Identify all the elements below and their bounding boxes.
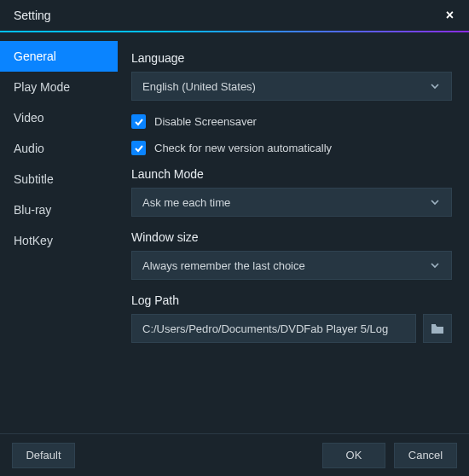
window-size-label: Window size	[131, 230, 452, 244]
launch-mode-value: Ask me each time	[142, 196, 230, 209]
footer: Default OK Cancel	[0, 433, 469, 476]
sidebar-item-label: Video	[14, 111, 44, 125]
sidebar-item-subtitle[interactable]: Subtitle	[0, 164, 118, 194]
sidebar-item-label: General	[14, 49, 56, 63]
ok-button[interactable]: OK	[322, 443, 385, 468]
language-select[interactable]: English (United States)	[131, 72, 452, 101]
window-size-value: Always remember the last choice	[142, 259, 305, 272]
sidebar-item-video[interactable]: Video	[0, 102, 118, 133]
svg-rect-0	[431, 324, 436, 326]
default-button[interactable]: Default	[12, 443, 75, 468]
log-path-value: C:/Users/Pedro/Documents/DVDFab Player 5…	[142, 322, 388, 335]
check-update-checkbox[interactable]	[131, 141, 146, 155]
disable-screensaver-label: Disable Screensaver	[154, 115, 257, 128]
check-icon	[134, 143, 144, 154]
language-value: English (United States)	[142, 80, 256, 93]
log-path-input[interactable]: C:/Users/Pedro/Documents/DVDFab Player 5…	[131, 314, 416, 343]
folder-icon	[431, 322, 444, 334]
chevron-down-icon	[429, 259, 441, 271]
window-size-select[interactable]: Always remember the last choice	[131, 251, 452, 280]
launch-mode-select[interactable]: Ask me each time	[131, 188, 452, 217]
chevron-down-icon	[429, 196, 441, 208]
window-title: Setting	[14, 9, 51, 22]
sidebar-item-label: Blu-ray	[14, 203, 51, 217]
language-label: Language	[131, 51, 452, 65]
disable-screensaver-checkbox[interactable]	[131, 114, 146, 129]
sidebar: General Play Mode Video Audio Subtitle B…	[0, 32, 118, 433]
browse-button[interactable]	[423, 314, 452, 343]
log-path-label: Log Path	[131, 293, 452, 307]
sidebar-item-label: Play Mode	[14, 80, 70, 94]
sidebar-item-bluray[interactable]: Blu-ray	[0, 194, 118, 225]
sidebar-item-play-mode[interactable]: Play Mode	[0, 72, 118, 102]
ok-button-label: OK	[346, 449, 362, 461]
sidebar-item-label: HotKey	[14, 234, 53, 247]
main-panel: Language English (United States) Disable…	[118, 32, 469, 433]
sidebar-item-label: Audio	[14, 142, 44, 155]
sidebar-item-audio[interactable]: Audio	[0, 133, 118, 164]
check-icon	[134, 117, 144, 127]
sidebar-item-hotkey[interactable]: HotKey	[0, 225, 118, 256]
chevron-down-icon	[429, 80, 441, 92]
default-button-label: Default	[26, 449, 61, 461]
sidebar-item-general[interactable]: General	[0, 41, 118, 72]
sidebar-item-label: Subtitle	[14, 172, 54, 186]
launch-mode-label: Launch Mode	[131, 167, 452, 181]
cancel-button-label: Cancel	[408, 449, 443, 461]
titlebar: Setting ×	[0, 0, 469, 31]
close-icon[interactable]: ×	[441, 4, 459, 26]
cancel-button[interactable]: Cancel	[394, 443, 457, 468]
check-update-label: Check for new version automatically	[154, 142, 332, 154]
